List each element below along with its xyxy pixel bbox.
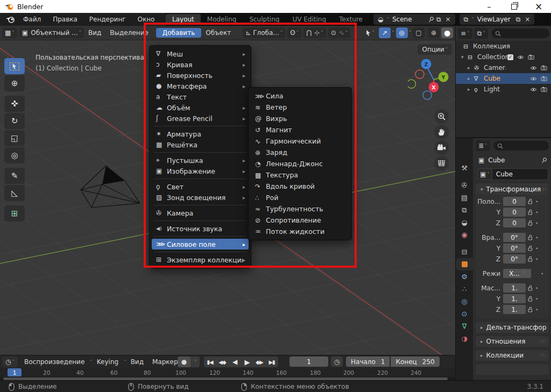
expander-open-icon[interactable]: ▾	[461, 54, 468, 60]
axis-minus-z-ball[interactable]	[423, 91, 432, 99]
menu-item-camera[interactable]: ✇Камера	[152, 208, 249, 218]
tab-modifiers[interactable]: ⚙	[456, 270, 473, 283]
submenu-item-vortex[interactable]: @Вихрь	[251, 113, 349, 124]
tool-move[interactable]: ✜	[4, 96, 25, 112]
rotation-mode-dropdown[interactable]: X... ˅	[503, 269, 531, 278]
menu-item-metaball[interactable]: ●Метасфера▸	[152, 81, 249, 91]
animate-dot[interactable]: •	[535, 286, 538, 291]
render-visibility-toggle[interactable]	[539, 87, 549, 92]
menu-edit[interactable]: Правка	[47, 16, 83, 23]
tab-particles[interactable]: ∴	[456, 283, 473, 295]
lock-icon[interactable]	[526, 220, 534, 226]
navigation-gizmo[interactable]: Z Y X	[408, 53, 453, 100]
timeline-ruler[interactable]: 1 20 40 60 80 100 120 140 160 180 200 22…	[0, 368, 455, 377]
menu-item-image[interactable]: ▣Изображение▸	[152, 166, 249, 176]
menu-playback[interactable]: Воспроизведение	[20, 358, 89, 366]
restore-button[interactable]	[501, 0, 526, 13]
location-z-field[interactable]: 0	[503, 218, 526, 227]
tab-constraints[interactable]: ⊙	[456, 308, 473, 320]
tab-render[interactable]: ✇	[456, 179, 473, 191]
transform-panel-header[interactable]: ▾ Трансформация ∷∷	[476, 183, 549, 195]
tab-sculpting[interactable]: Sculpting	[243, 14, 286, 25]
menu-item-curve[interactable]: ɔКривая▸	[152, 59, 249, 70]
tool-cursor[interactable]: ⊕	[4, 75, 25, 91]
animate-dot[interactable]: •	[535, 199, 538, 204]
tab-output[interactable]: ▤	[456, 191, 473, 204]
remove-viewlayer-icon[interactable]: ×	[522, 16, 532, 23]
tab-material[interactable]: ◑	[456, 332, 473, 345]
copy-viewlayer-icon[interactable]: ⧉	[514, 16, 523, 23]
close-button[interactable]: ×	[526, 0, 551, 13]
lock-icon[interactable]	[526, 296, 534, 302]
show-gizmo-toggle[interactable]: ↗	[379, 27, 391, 38]
expander-closed-icon[interactable]: ▸	[468, 87, 474, 92]
menu-render[interactable]: Рендеринг	[83, 16, 132, 23]
animate-dot[interactable]: •	[535, 210, 538, 215]
tab-texture[interactable]: Texture	[333, 14, 369, 25]
hide-eye-toggle[interactable]	[528, 76, 539, 81]
menu-item-mesh[interactable]: ∇Меш▸	[152, 48, 249, 59]
frame-end-field[interactable]: Конец 250	[391, 357, 439, 367]
scale-z-field[interactable]: 1.	[503, 305, 526, 314]
proportional-edit-group[interactable]: ⊙ ∿ ˅	[328, 27, 351, 38]
tab-object-data[interactable]: ∇	[456, 320, 473, 332]
animate-dot[interactable]: •	[541, 271, 543, 276]
menu-item-lattice[interactable]: ▦Решётка	[152, 139, 249, 150]
lock-icon[interactable]	[526, 256, 534, 262]
animate-dot[interactable]: •	[535, 296, 538, 302]
tool-add-cube[interactable]: ⊞	[4, 205, 25, 222]
lock-icon[interactable]	[526, 209, 534, 215]
menu-select[interactable]: Выделение	[105, 29, 152, 37]
menu-marker[interactable]: Маркер	[148, 358, 182, 366]
menu-file[interactable]: Файл	[17, 16, 47, 23]
preview-range-button[interactable]: ◷	[331, 357, 343, 367]
hide-eye-toggle[interactable]	[528, 66, 539, 70]
rotation-x-field[interactable]: 0°	[503, 233, 526, 242]
tool-rotate[interactable]: ↻	[4, 113, 25, 129]
outliner-row-camera[interactable]: ▸ ✇ Camera	[456, 62, 551, 73]
menu-item-light-probe[interactable]: ▨Зонд освещения▸	[152, 192, 249, 203]
current-frame-field[interactable]: 1	[289, 357, 328, 367]
location-x-field[interactable]: 0	[503, 197, 526, 206]
viewlayer-icon[interactable]: ⧉	[462, 16, 471, 23]
submenu-item-lennard-jones[interactable]: ◔Леннард-Джонс	[251, 158, 349, 169]
tab-physics[interactable]: ◎	[456, 295, 473, 308]
menu-item-armature[interactable]: ✶Арматура	[152, 129, 249, 139]
show-overlays-toggle[interactable]: ◎	[396, 27, 408, 38]
orientation-dropdown[interactable]: ⊾ Глоба... ˅	[243, 27, 285, 38]
animate-dot[interactable]: •	[535, 256, 538, 262]
panel-grip-icon[interactable]: ∷∷	[540, 353, 545, 358]
jump-to-end-button[interactable]: ▶▮	[266, 357, 278, 367]
tab-uv-editing[interactable]: UV Editing	[286, 14, 333, 25]
relations-panel[interactable]: ▸ Отношения ∷∷	[476, 336, 549, 347]
expander-closed-icon[interactable]: ▸	[468, 76, 474, 81]
animate-dot[interactable]: •	[535, 307, 538, 312]
zoom-button[interactable]	[434, 109, 449, 124]
rotation-y-field[interactable]: 0°	[503, 244, 526, 253]
submenu-item-drag[interactable]: ⊘Сопротивление	[251, 215, 349, 226]
scene-name[interactable]: Scene	[389, 16, 428, 23]
lock-icon[interactable]	[526, 285, 534, 291]
submenu-item-charge[interactable]: ⊕Заряд	[251, 147, 349, 158]
shading-solid-button[interactable]: ●	[441, 27, 453, 38]
minimize-button[interactable]: –	[477, 0, 501, 13]
collections-panel[interactable]: ▸ Коллекции ∷∷	[476, 350, 549, 361]
menu-item-grease-pencil[interactable]: ʃGrease Pencil▸	[152, 113, 249, 124]
editor-type-button[interactable]: ▦ ˅	[2, 27, 17, 38]
menu-window[interactable]: Окно	[132, 16, 161, 23]
submenu-item-turbulence[interactable]: ≈Турбулентность	[251, 203, 349, 215]
menu-item-light[interactable]: ϙСвет▸	[152, 181, 249, 192]
outliner-editor-type-button[interactable]: ≡ ˅	[458, 28, 472, 39]
outliner-row-cube[interactable]: ▸ ∇ Cube	[456, 73, 551, 84]
menu-add[interactable]: Добавить	[156, 28, 201, 38]
tab-modeling[interactable]: Modeling	[201, 14, 243, 25]
submenu-item-harmonic[interactable]: ∿Гармонический	[251, 136, 349, 147]
scale-y-field[interactable]: 1.	[503, 294, 526, 303]
lock-icon[interactable]	[526, 198, 534, 204]
menu-view[interactable]: Вид	[84, 29, 105, 37]
outliner-display-mode-button[interactable]: ⧉ ˅	[475, 28, 488, 39]
animate-dot[interactable]: •	[535, 235, 538, 240]
submenu-item-fluid-flow[interactable]: ♒Поток жидкости	[251, 226, 349, 237]
tool-measure[interactable]: ◺	[4, 185, 25, 201]
timeline-editor-type-button[interactable]: ◷ ˅	[2, 357, 18, 367]
